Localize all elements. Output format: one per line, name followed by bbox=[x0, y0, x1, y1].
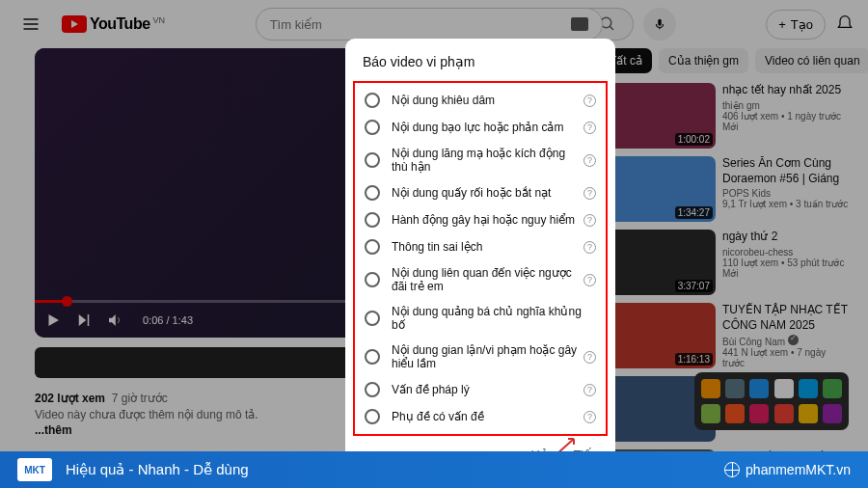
radio-button[interactable] bbox=[365, 93, 380, 108]
report-option[interactable]: Nội dung gian lận/vi phạm hoặc gây hiểu … bbox=[355, 338, 606, 376]
radio-button[interactable] bbox=[365, 409, 380, 424]
option-label: Nội dung bạo lực hoặc phản cảm bbox=[392, 121, 578, 134]
radio-button[interactable] bbox=[365, 212, 380, 228]
option-label: Nội dung liên quan đến việc ngược đãi tr… bbox=[392, 266, 578, 293]
help-icon[interactable]: ? bbox=[583, 351, 596, 364]
report-video-modal: Báo video vi phạm Nội dung khiêu dâm?Nội… bbox=[345, 39, 615, 475]
help-icon[interactable]: ? bbox=[583, 214, 596, 227]
help-icon[interactable]: ? bbox=[583, 411, 596, 423]
report-option[interactable]: Nội dung liên quan đến việc ngược đãi tr… bbox=[355, 260, 606, 299]
report-option[interactable]: Hành động gây hại hoặc nguy hiểm? bbox=[355, 206, 606, 233]
report-option[interactable]: Thông tin sai lệch? bbox=[355, 233, 606, 260]
report-option[interactable]: Nội dung quấy rối hoặc bắt nạt? bbox=[355, 179, 606, 206]
report-option[interactable]: Phụ đề có vấn đề? bbox=[355, 403, 606, 430]
modal-title: Báo video vi phạm bbox=[345, 54, 615, 81]
option-label: Hành động gây hại hoặc nguy hiểm bbox=[392, 213, 578, 227]
help-icon[interactable]: ? bbox=[583, 241, 596, 254]
footer-banner: MKT Hiệu quả - Nhanh - Dễ dùng phanmemMK… bbox=[0, 451, 868, 488]
radio-button[interactable] bbox=[365, 185, 380, 201]
radio-button[interactable] bbox=[365, 272, 380, 287]
report-options-list: Nội dung khiêu dâm?Nội dung bạo lực hoặc… bbox=[353, 81, 608, 436]
option-label: Vấn đề pháp lý bbox=[392, 383, 578, 396]
help-icon[interactable]: ? bbox=[583, 95, 596, 107]
report-option[interactable]: Nội dung khiêu dâm? bbox=[355, 87, 606, 114]
help-icon[interactable]: ? bbox=[583, 384, 596, 396]
radio-button[interactable] bbox=[365, 120, 380, 135]
footer-tagline: Hiệu quả - Nhanh - Dễ dùng bbox=[66, 461, 249, 478]
option-label: Nội dung gian lận/vi phạm hoặc gây hiểu … bbox=[392, 343, 578, 370]
help-icon[interactable]: ? bbox=[583, 122, 596, 134]
report-option[interactable]: Nội dung lăng mạ hoặc kích động thù hận? bbox=[355, 141, 606, 179]
report-option[interactable]: Nội dung bạo lực hoặc phản cảm? bbox=[355, 114, 606, 141]
option-label: Nội dung quấy rối hoặc bắt nạt bbox=[392, 186, 578, 200]
help-icon[interactable]: ? bbox=[583, 274, 596, 286]
help-icon[interactable]: ? bbox=[583, 154, 596, 167]
option-label: Nội dung lăng mạ hoặc kích động thù hận bbox=[392, 147, 578, 174]
radio-button[interactable] bbox=[365, 382, 380, 397]
option-label: Phụ đề có vấn đề bbox=[392, 410, 578, 423]
radio-button[interactable] bbox=[365, 349, 380, 365]
report-option[interactable]: Vấn đề pháp lý? bbox=[355, 376, 606, 403]
mkt-logo: MKT bbox=[17, 458, 52, 481]
report-option[interactable]: Nội dung quảng bá chủ nghĩa khủng bố bbox=[355, 299, 606, 338]
option-label: Thông tin sai lệch bbox=[392, 240, 578, 254]
option-label: Nội dung khiêu dâm bbox=[392, 94, 578, 107]
radio-button[interactable] bbox=[365, 311, 380, 326]
globe-icon bbox=[724, 462, 740, 477]
footer-url[interactable]: phanmemMKT.vn bbox=[724, 462, 851, 477]
help-icon[interactable]: ? bbox=[583, 187, 596, 200]
option-label: Nội dung quảng bá chủ nghĩa khủng bố bbox=[392, 305, 596, 332]
radio-button[interactable] bbox=[365, 239, 380, 255]
radio-button[interactable] bbox=[365, 152, 380, 168]
